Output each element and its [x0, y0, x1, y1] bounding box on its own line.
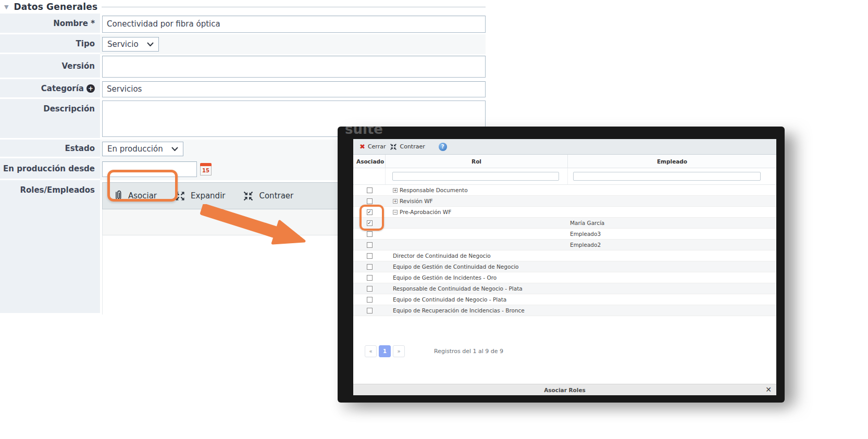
rol-filter-input[interactable] — [392, 172, 559, 181]
modal-table-row: Empleado2 — [353, 240, 776, 250]
modal-toolbar: ✖ Cerrar Contraer ? — [353, 139, 776, 155]
add-category-icon[interactable]: + — [86, 84, 95, 93]
categoria-input[interactable] — [102, 81, 486, 97]
pagination-summary: Registros del 1 al 9 de 9 — [434, 348, 503, 355]
close-x-icon: ✖ — [359, 143, 365, 150]
column-header-rol: Rol — [386, 155, 568, 168]
nombre-input[interactable] — [102, 16, 486, 33]
rol-label: Revisión WF — [400, 198, 433, 204]
empleado-label: Empleado2 — [568, 242, 776, 248]
expand-node-icon[interactable]: + — [393, 188, 398, 193]
calendar-icon[interactable]: 15 — [200, 163, 212, 175]
expand-node-icon[interactable]: + — [393, 199, 398, 204]
modal-filter-row — [353, 168, 776, 185]
estado-select-value: En producción — [107, 144, 163, 154]
contraer-button[interactable]: Contraer — [243, 191, 293, 202]
modal-table-row: +Responsable Documento — [353, 185, 776, 196]
column-header-empleado: Empleado — [568, 155, 776, 168]
expandir-button-label: Expandir — [191, 191, 225, 200]
collapse-triangle-icon[interactable]: ▼ — [4, 4, 8, 10]
modal-footer-title: Asociar Roles — [544, 387, 586, 393]
modal-table-row: ✓María García — [353, 218, 776, 229]
pagination-next-button[interactable]: » — [393, 345, 405, 357]
modal-table-row: ✓−Pre-Aprobación WF — [353, 207, 776, 218]
modal-footer-bar: Asociar Roles ✕ — [353, 384, 776, 395]
collapse-arrows-icon — [243, 191, 254, 202]
field-row-version: Versión — [0, 54, 486, 79]
pagination-page-1-button[interactable]: 1 — [379, 345, 391, 357]
roles-empleados-label: Roles/Empleados — [0, 180, 100, 315]
modal-cerrar-label: Cerrar — [368, 143, 386, 150]
section-title: Datos Generales — [14, 2, 97, 12]
pagination: « 1 » Registros del 1 al 9 de 9 — [365, 345, 503, 357]
rol-label: Equipo de Recuperación de Incidencias - … — [393, 307, 525, 313]
modal-table-row: Responsable de Continuidad de Negocio - … — [353, 283, 776, 294]
screenshot-frame: suite ✖ Cerrar Contraer ? — [338, 127, 785, 403]
collapse-node-icon[interactable]: − — [393, 210, 398, 215]
asociar-roles-modal: ✖ Cerrar Contraer ? Asociado Rol — [353, 139, 776, 395]
empleado-label: Empleado3 — [568, 231, 776, 237]
version-input[interactable] — [102, 56, 486, 78]
filter-cell-asociado — [353, 168, 386, 184]
asociado-checkbox[interactable] — [367, 198, 373, 204]
asociado-checkbox[interactable] — [367, 297, 373, 303]
rol-label: Equipo de Gestión de Incidentes - Oro — [393, 274, 497, 281]
field-row-categoria: Categoría + — [0, 79, 486, 99]
version-label: Versión — [0, 54, 100, 79]
chevron-down-icon — [171, 147, 178, 152]
empleado-label: María García — [568, 220, 776, 226]
asociado-checkbox[interactable] — [367, 308, 373, 313]
rol-label: Equipo de Continuidad de Negocio - Plata — [393, 296, 506, 303]
categoria-label-text: Categoría — [41, 84, 84, 93]
modal-footer-close-icon[interactable]: ✕ — [765, 385, 772, 394]
expandir-button[interactable]: Expandir — [175, 191, 225, 202]
asociado-checkbox[interactable] — [367, 275, 373, 281]
highlight-checkboxes-annotation — [359, 205, 384, 231]
pagination-prev-button[interactable]: « — [365, 345, 377, 357]
help-icon[interactable]: ? — [439, 143, 447, 151]
background-partial-text: suite — [345, 127, 383, 137]
column-header-asociado: Asociado — [353, 155, 386, 168]
asociado-checkbox[interactable] — [367, 242, 373, 248]
calendar-icon-day: 15 — [200, 166, 212, 175]
section-rule — [102, 7, 486, 7]
asociado-checkbox[interactable] — [367, 231, 373, 237]
empleado-filter-input[interactable] — [573, 172, 761, 181]
tipo-label: Tipo — [0, 34, 100, 54]
rol-label: Pre-Aprobación WF — [400, 209, 451, 215]
modal-table-body: +Responsable Documento+Revisión WF✓−Pre-… — [353, 185, 776, 316]
rol-label: Director de Continuidad de Negocio — [393, 253, 491, 259]
section-header: ▼ Datos Generales — [0, 0, 486, 14]
modal-table-row: Director de Continuidad de Negocio — [353, 250, 776, 261]
modal-table-header: Asociado Rol Empleado — [353, 155, 776, 168]
nombre-label: Nombre * — [0, 14, 100, 34]
rol-label: Responsable de Continuidad de Negocio - … — [393, 285, 523, 292]
estado-select[interactable]: En producción — [102, 142, 183, 156]
modal-table-row: Empleado3 — [353, 229, 776, 240]
field-row-nombre: Nombre * — [0, 14, 486, 34]
asociado-checkbox[interactable] — [367, 187, 373, 193]
field-row-tipo: Tipo Servicio — [0, 34, 486, 54]
screen: ▼ Datos Generales Nombre * Tipo Servicio… — [0, 0, 868, 439]
modal-table-row: +Revisión WF — [353, 196, 776, 207]
modal-table-row: Equipo de Continuidad de Negocio - Plata — [353, 294, 776, 305]
modal-cerrar-button[interactable]: ✖ Cerrar — [359, 143, 386, 150]
descripcion-label: Descripción — [0, 99, 100, 140]
modal-contraer-label: Contraer — [400, 143, 425, 150]
rol-label: Equipo de Gestión de Continuidad de Nego… — [393, 264, 519, 270]
contraer-button-label: Contraer — [259, 191, 293, 200]
highlight-asociar-annotation — [107, 170, 178, 202]
asociado-checkbox[interactable] — [367, 264, 373, 270]
asociado-checkbox[interactable] — [367, 286, 373, 292]
modal-table-row: Equipo de Recuperación de Incidencias - … — [353, 305, 776, 316]
categoria-label: Categoría + — [0, 79, 100, 99]
chevron-down-icon — [147, 42, 154, 47]
modal-contraer-button[interactable]: Contraer — [390, 143, 425, 150]
tipo-select[interactable]: Servicio — [102, 37, 159, 52]
en-produccion-desde-label: En producción desde — [0, 158, 100, 180]
modal-table-row: Equipo de Gestión de Incidentes - Oro — [353, 272, 776, 283]
collapse-arrows-icon — [390, 143, 397, 150]
estado-label: Estado — [0, 140, 100, 158]
asociado-checkbox[interactable] — [367, 253, 373, 259]
modal-table-row: Equipo de Gestión de Continuidad de Nego… — [353, 261, 776, 272]
